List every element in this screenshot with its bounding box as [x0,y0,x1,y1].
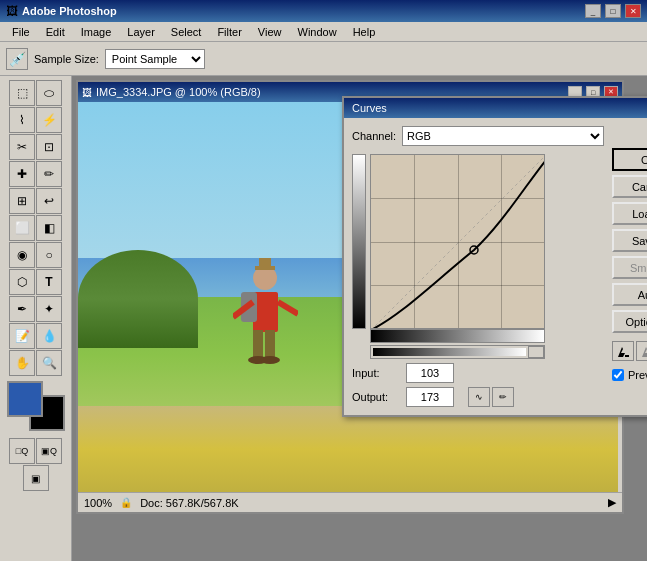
curves-title: Curves [348,102,647,114]
titlebar-minimize[interactable]: _ [585,4,601,18]
channel-row: Channel: RGB Red Green Blue [352,126,604,146]
svg-rect-3 [259,258,271,268]
preview-row: Preview [612,369,647,381]
curves-dialog: Curves ✕ Channel: RGB Red Green Blue [342,96,647,417]
tool-marquee-ellipse[interactable]: ⬭ [36,80,62,106]
menu-bar: File Edit Image Layer Select Filter View… [0,22,647,42]
svg-point-12 [470,246,478,254]
input-label: Input: [352,367,400,379]
curve-scrollbar[interactable] [370,345,545,359]
menu-window[interactable]: Window [290,24,345,40]
curve-container [352,154,604,359]
tool-history-brush[interactable]: ↩ [36,188,62,214]
tool-brush[interactable]: ✏ [36,161,62,187]
curve-scroll-handle[interactable] [528,346,544,358]
channel-select[interactable]: RGB Red Green Blue [402,126,604,146]
grid-v-2 [458,155,459,328]
output-row: Output: ∿ ✏ [352,387,604,407]
tool-custom-shape[interactable]: ✦ [36,296,62,322]
svg-rect-13 [625,355,629,357]
tool-gradient[interactable]: ◧ [36,215,62,241]
tool-pen[interactable]: ✒ [9,296,35,322]
tool-marquee-rect[interactable]: ⬚ [9,80,35,106]
eyedropper-row [612,341,647,361]
curves-left-panel: Channel: RGB Red Green Blue [352,126,604,407]
tools-panel: ⬚ ⬭ ⌇ ⚡ ✂ ⊡ ✚ ✏ ⊞ ↩ ⬜ ◧ ◉ ○ ⬡ T [0,76,72,561]
tool-stamp[interactable]: ⊞ [9,188,35,214]
menu-layer[interactable]: Layer [119,24,163,40]
curve-scroll-track [373,348,526,356]
menu-select[interactable]: Select [163,24,210,40]
curve-smooth-icon[interactable]: ∿ [468,387,490,407]
save-button[interactable]: Save... [612,229,647,252]
curves-titlebar: Curves ✕ [344,98,647,118]
tool-eyedropper[interactable]: 💧 [36,323,62,349]
app-icon: 🖼 [6,4,18,18]
smooth-button[interactable]: Smooth [612,256,647,279]
eyedropper-gray[interactable] [636,341,647,361]
grid-v-3 [501,155,502,328]
curve-gradient-bar-bottom [370,329,545,343]
svg-line-6 [278,302,298,314]
foreground-color[interactable] [7,381,43,417]
tool-blur[interactable]: ◉ [9,242,35,268]
preview-label: Preview [628,369,647,381]
channel-label: Channel: [352,130,396,142]
tool-screen-mode[interactable]: ▣ [23,465,49,491]
curves-right-panel: OK Cancel Load... Save... Smooth Auto Op… [612,126,647,407]
tool-magic-wand[interactable]: ⚡ [36,107,62,133]
ok-button[interactable]: OK [612,148,647,171]
tool-slice[interactable]: ⊡ [36,134,62,160]
tool-path[interactable]: ⬡ [9,269,35,295]
cancel-button[interactable]: Cancel [612,175,647,198]
tool-eraser[interactable]: ⬜ [9,215,35,241]
options-button[interactable]: Options... [612,310,647,333]
main-area: ⬚ ⬭ ⌇ ⚡ ✂ ⊡ ✚ ✏ ⊞ ↩ ⬜ ◧ ◉ ○ ⬡ T [0,76,647,561]
titlebar-close[interactable]: ✕ [625,4,641,18]
menu-help[interactable]: Help [345,24,384,40]
tool-notes[interactable]: 📝 [9,323,35,349]
output-value[interactable] [406,387,454,407]
menu-view[interactable]: View [250,24,290,40]
tool-healing[interactable]: ✚ [9,161,35,187]
tool-lasso[interactable]: ⌇ [9,107,35,133]
sample-size-select[interactable]: Point Sample 3 by 3 Average 5 by 5 Avera… [105,49,205,69]
titlebar-maximize[interactable]: □ [605,4,621,18]
document-statusbar: 100% 🔒 Doc: 567.8K/567.8K ▶ [78,492,622,512]
tool-text[interactable]: T [36,269,62,295]
curve-pencil-icon[interactable]: ✏ [492,387,514,407]
canvas-area: 🖼 IMG_3334.JPG @ 100% (RGB/8) _ □ ✕ [72,76,647,561]
doc-size-info: Doc: 567.8K/567.8K [140,497,238,509]
curves-body: Channel: RGB Red Green Blue [344,118,647,415]
input-value[interactable] [406,363,454,383]
color-swatches [7,381,65,431]
svg-rect-8 [265,330,275,358]
menu-image[interactable]: Image [73,24,120,40]
tool-quick-mask-off[interactable]: □Q [9,438,35,464]
zoom-level: 100% [84,497,112,509]
tool-quick-mask-on[interactable]: ▣Q [36,438,62,464]
tool-crop[interactable]: ✂ [9,134,35,160]
curve-graph[interactable] [370,154,545,329]
eyedropper-tool[interactable]: 💉 [6,48,28,70]
app-title: Adobe Photoshop [22,5,581,17]
grid-v-1 [414,155,415,328]
preview-checkbox[interactable] [612,369,624,381]
tool-zoom[interactable]: 🔍 [36,350,62,376]
app-titlebar: 🖼 Adobe Photoshop _ □ ✕ [0,0,647,22]
menu-file[interactable]: File [4,24,38,40]
auto-button[interactable]: Auto [612,283,647,306]
input-row: Input: [352,363,604,383]
tool-dodge[interactable]: ○ [36,242,62,268]
curve-gradient-bar-left [352,154,366,329]
menu-filter[interactable]: Filter [209,24,249,40]
output-label: Output: [352,391,400,403]
eyedropper-black[interactable] [612,341,634,361]
sample-size-label: Sample Size: [34,53,99,65]
load-button[interactable]: Load... [612,202,647,225]
svg-point-10 [260,356,280,364]
menu-edit[interactable]: Edit [38,24,73,40]
tool-hand[interactable]: ✋ [9,350,35,376]
scroll-right[interactable]: ▶ [608,496,616,509]
curve-graph-wrap [370,154,545,359]
